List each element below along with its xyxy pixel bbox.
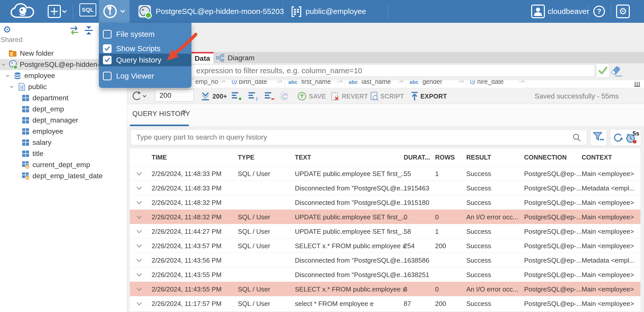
checkbox-checked-icon[interactable] [103,44,112,53]
refresh-history-icon[interactable] [612,132,623,143]
collapse-all-icon[interactable] [84,26,94,35]
column-header-type[interactable]: TYPE [238,154,254,161]
query-history-row[interactable]: 2/26/2024, 11:43:55 PMDisconnected from … [130,267,640,282]
help-icon[interactable]: ? [593,5,605,18]
row-limit-input[interactable] [155,89,194,102]
revert-button[interactable]: REVERT [342,92,368,100]
chevron-down-icon[interactable] [1,62,6,67]
data-filter-row [127,63,644,80]
expand-row-chevron-icon[interactable] [136,185,142,191]
fetch-more-label[interactable]: 200+ [212,92,227,100]
add-row-icon[interactable] [231,91,241,101]
column-header-rows[interactable]: ROWS [435,154,455,161]
sync-connection-icon[interactable] [68,26,80,35]
grid-header-cell-empty[interactable] [527,80,633,88]
expand-row-chevron-icon[interactable] [136,243,142,249]
connection-name[interactable]: PostgreSQL@ep-hidden-moon-55203 [156,7,284,16]
menu-item-query-history[interactable]: Query history [99,54,191,66]
new-connection-button[interactable] [48,5,67,18]
menu-item-show-scripts[interactable]: Show Scripts [99,43,191,54]
delete-row-icon[interactable] [264,91,274,101]
refresh-icon[interactable] [130,91,147,102]
cell-rows: 1 [435,170,439,178]
query-history-row[interactable]: 2/26/2024, 11:17:57 PMSQL / Userselect *… [130,296,640,311]
tab-diagram[interactable]: Diagram [213,52,268,63]
tab-data[interactable]: Data [191,52,213,63]
duplicate-row-icon[interactable]: (+) [248,91,259,101]
schema-path[interactable]: public@employee [306,7,366,16]
tree-item-dept-emp-latest-date[interactable]: dept_emp_latest_date [0,170,127,182]
filter-history-button[interactable] [590,129,607,146]
grid-column-label: emp_no [195,80,218,85]
grid-columns-config-icon[interactable] [634,81,641,88]
data-filter-input[interactable] [131,65,595,77]
tree-item-salary[interactable]: salary [0,137,127,148]
sort-icon[interactable]: ↓A [276,80,282,84]
sort-icon[interactable]: ↓A [398,80,403,84]
tree-item-title[interactable]: title [0,148,127,159]
expand-row-chevron-icon[interactable] [136,300,142,307]
query-history-row[interactable]: 2/26/2024, 11:43:56 PMDisconnected from … [130,253,640,267]
tree-item-current-dept-emp[interactable]: current_dept_emp [0,159,127,170]
checkbox-unchecked-icon[interactable] [103,72,112,80]
grid-header-cell-gender[interactable]: abc gender↓A [406,80,466,88]
sort-icon[interactable]: ↓A [519,80,525,84]
expand-row-chevron-icon[interactable] [136,170,142,177]
column-header-time[interactable]: TIME [152,154,167,161]
tools-menu-button[interactable] [99,0,130,23]
sql-editor-button[interactable]: SQL [79,3,96,16]
query-history-row[interactable]: 2/26/2024, 11:48:33 PMDisconnected from … [130,181,640,195]
grid-header-cell-birth-date[interactable]: birth_date↓A [228,80,285,88]
checkbox-unchecked-icon[interactable] [103,30,112,38]
column-header-result[interactable]: RESULT [466,154,491,161]
chevron-down-icon[interactable] [9,84,14,89]
sort-icon[interactable]: ↓A [458,80,464,84]
username-label[interactable]: cloudbeaver [548,7,589,16]
close-tab-icon[interactable]: × [182,107,187,116]
tree-item-employee[interactable]: employee [0,126,127,137]
expand-row-chevron-icon[interactable] [136,199,142,206]
menu-item-file-system[interactable]: File system [99,28,191,40]
script-button[interactable]: SCRIPT [380,92,404,100]
clear-filter-eraser-icon[interactable] [611,65,624,77]
tree-item-dept-manager[interactable]: dept_manager [0,115,127,126]
apply-filter-check-icon[interactable] [596,64,610,77]
header-divider [283,5,283,18]
chevron-down-icon[interactable] [5,73,10,78]
grid-header-cell-first-name[interactable]: abc first_name↓A [284,80,345,88]
query-history-table-header: TIMETYPETEXTDURAT...ROWSRESULTCONNECTION… [130,148,640,166]
query-history-tab[interactable]: QUERY HISTORY [132,110,190,118]
menu-item-log-viewer[interactable]: Log Viewer [99,70,191,82]
settings-gear-icon[interactable]: ⚙ [616,5,630,19]
checkbox-checked-icon[interactable] [103,56,112,64]
expand-row-chevron-icon[interactable] [136,214,142,220]
column-header-connection[interactable]: CONNECTION [524,154,567,161]
query-history-row[interactable]: 2/26/2024, 11:43:57 PMSQL / UserSELECT x… [130,238,640,253]
grid-header-cell-emp-no[interactable]: emp_no↓A [191,80,228,88]
auto-refresh-icon[interactable] [279,91,290,101]
column-header-text[interactable]: TEXT [295,154,311,161]
column-header-duration[interactable]: DURAT... [404,154,430,161]
expand-row-chevron-icon[interactable] [136,271,142,278]
query-history-row[interactable]: 2/26/2024, 11:44:27 PMSQL / UserUPDATE p… [130,224,640,239]
user-avatar-icon[interactable] [531,5,545,18]
grid-header-cell-hire-date[interactable]: hire_date↓A [466,80,527,88]
expand-row-chevron-icon[interactable] [136,228,142,235]
save-button[interactable]: SAVE [309,92,326,100]
tree-item-dept-emp[interactable]: dept_emp [0,104,127,115]
column-header-context[interactable]: CONTEXT [582,154,612,161]
sort-icon[interactable]: ↓A [220,80,225,84]
tree-item-department[interactable]: department [0,92,127,104]
navigator-settings-gear-icon[interactable]: ⚙ [2,25,12,36]
query-history-row[interactable]: 2/26/2024, 11:48:32 PMSQL / UserUPDATE p… [130,209,640,224]
expand-row-chevron-icon[interactable] [136,257,142,264]
query-history-search-input[interactable] [131,129,587,145]
fetch-more-icon[interactable] [201,92,210,101]
query-history-row[interactable]: 2/26/2024, 11:48:32 PMDisconnected from … [130,195,640,210]
query-history-row[interactable]: 2/26/2024, 11:48:33 PMSQL / UserUPDATE p… [130,166,640,181]
grid-header-cell-last-name[interactable]: abc last_name↓A [345,80,406,88]
export-button[interactable]: EXPORT [420,92,447,100]
query-history-row[interactable]: 2/26/2024, 11:43:55 PMSQL / UserSELECT x… [130,282,640,296]
expand-row-chevron-icon[interactable] [136,286,142,292]
sort-icon[interactable]: ↓A [337,80,343,84]
